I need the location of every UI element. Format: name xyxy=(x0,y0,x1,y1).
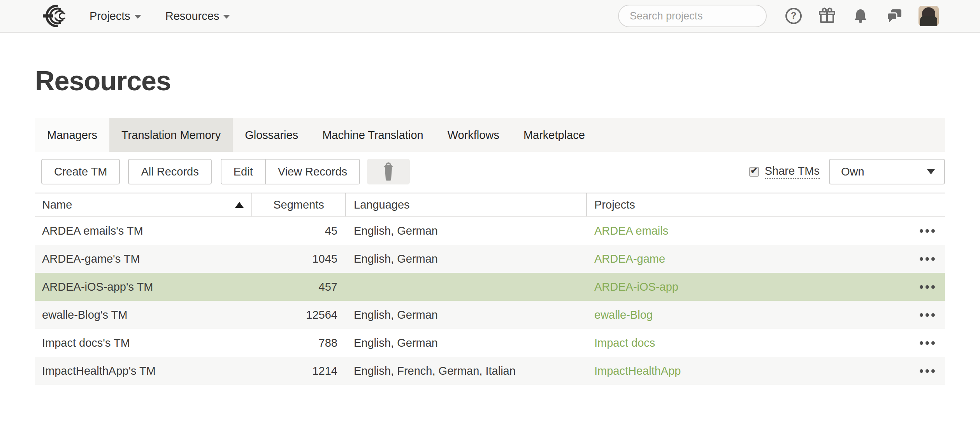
tab-glossaries-label: Glossaries xyxy=(245,129,298,142)
tm-table: Name Segments Languages Projects ARDEA e… xyxy=(35,193,945,385)
tm-languages: English, German xyxy=(346,225,587,237)
nav-menu-resources[interactable]: Resources xyxy=(165,10,230,23)
tm-segments: 12564 xyxy=(252,309,346,321)
table-row[interactable]: ImpactHealthApp's TM 1214 English, Frenc… xyxy=(35,357,945,385)
table-row[interactable]: ARDEA-game's TM 1045 English, German ARD… xyxy=(35,245,945,273)
column-header-languages-label: Languages xyxy=(354,198,410,211)
table-row-selected[interactable]: ARDEA-iOS-app's TM 457 ARDEA-iOS-app xyxy=(35,273,945,301)
chevron-down-icon xyxy=(134,15,141,19)
search-input[interactable] xyxy=(630,10,767,22)
chevron-down-icon xyxy=(223,15,230,19)
project-link[interactable]: ewalle-Blog xyxy=(594,309,653,321)
row-menu-button[interactable] xyxy=(906,245,945,273)
sort-ascending-icon xyxy=(235,202,244,208)
project-link[interactable]: ARDEA emails xyxy=(594,225,668,237)
tm-segments: 457 xyxy=(252,281,346,293)
view-records-button[interactable]: View Records xyxy=(265,160,359,184)
tm-languages: English, German xyxy=(346,337,587,349)
tm-name: ARDEA-game's TM xyxy=(35,253,252,265)
chat-icon[interactable] xyxy=(885,7,903,25)
share-tms-checkbox[interactable]: ✔ xyxy=(749,167,759,177)
tab-machine-translation-label: Machine Translation xyxy=(322,129,423,142)
tm-segments: 1045 xyxy=(252,253,346,265)
row-menu-button[interactable] xyxy=(906,357,945,385)
dropdown-caret-icon xyxy=(927,169,935,174)
gift-icon[interactable] xyxy=(818,7,836,25)
row-menu-button[interactable] xyxy=(906,301,945,329)
tm-scope-select[interactable]: Own xyxy=(829,159,945,184)
nav-menu-projects[interactable]: Projects xyxy=(90,10,141,23)
tm-scope-value: Own xyxy=(841,165,927,178)
column-header-name[interactable]: Name xyxy=(35,193,252,216)
tab-translation-memory[interactable]: Translation Memory xyxy=(109,118,233,152)
column-header-languages[interactable]: Languages xyxy=(346,193,587,216)
edit-view-button-group: Edit View Records xyxy=(221,159,360,184)
tm-segments: 45 xyxy=(252,225,346,237)
tab-managers[interactable]: Managers xyxy=(35,118,109,152)
tm-languages: English, German xyxy=(346,253,587,265)
tm-languages: English, French, German, Italian xyxy=(346,365,587,377)
table-row[interactable]: ewalle-Blog's TM 12564 English, German e… xyxy=(35,301,945,329)
nav-menu-projects-label: Projects xyxy=(90,10,130,23)
tm-name: ARDEA emails's TM xyxy=(35,225,252,237)
project-search xyxy=(618,5,767,27)
row-menu-button[interactable] xyxy=(906,217,945,245)
tab-managers-label: Managers xyxy=(47,129,97,142)
tm-segments: 788 xyxy=(252,337,346,349)
tab-machine-translation[interactable]: Machine Translation xyxy=(310,118,436,152)
tab-marketplace-label: Marketplace xyxy=(523,129,585,142)
all-records-button[interactable]: All Records xyxy=(128,159,211,184)
share-tms-label[interactable]: Share TMs xyxy=(765,165,820,179)
table-row[interactable]: Impact docs's TM 788 English, German Imp… xyxy=(35,329,945,357)
create-tm-button[interactable]: Create TM xyxy=(41,159,120,184)
help-icon[interactable]: ? xyxy=(785,7,803,25)
tm-segments: 1214 xyxy=(252,365,346,377)
tm-name: ewalle-Blog's TM xyxy=(35,309,252,321)
navbar-icon-group: ? xyxy=(785,6,939,26)
project-link[interactable]: ARDEA-game xyxy=(594,253,665,265)
top-navbar: Projects Resources ? xyxy=(0,0,980,33)
tab-workflows[interactable]: Workflows xyxy=(436,118,511,152)
row-menu-button[interactable] xyxy=(906,273,945,301)
toolbar-right-group: ✔ Share TMs Own xyxy=(749,159,945,184)
row-menu-button[interactable] xyxy=(906,329,945,357)
trash-icon xyxy=(380,162,397,181)
tm-languages: English, German xyxy=(346,309,587,321)
delete-tm-button[interactable] xyxy=(367,159,410,184)
project-link[interactable]: Impact docs xyxy=(594,337,655,349)
tm-name: ImpactHealthApp's TM xyxy=(35,365,252,377)
project-link[interactable]: ImpactHealthApp xyxy=(594,365,681,377)
column-header-projects-label: Projects xyxy=(594,198,635,211)
table-row[interactable]: ARDEA emails's TM 45 English, German ARD… xyxy=(35,217,945,245)
user-avatar[interactable] xyxy=(919,6,939,26)
edit-button[interactable]: Edit xyxy=(221,160,265,184)
smartcat-logo-icon[interactable] xyxy=(39,4,72,28)
resources-tab-bar: Managers Translation Memory Glossaries M… xyxy=(35,118,945,152)
tm-name: ARDEA-iOS-app's TM xyxy=(35,281,252,293)
bell-icon[interactable] xyxy=(852,7,869,25)
project-link[interactable]: ARDEA-iOS-app xyxy=(594,281,678,293)
tab-marketplace[interactable]: Marketplace xyxy=(511,118,597,152)
tm-name: Impact docs's TM xyxy=(35,337,252,349)
column-header-projects[interactable]: Projects xyxy=(587,193,906,216)
nav-menu-resources-label: Resources xyxy=(165,10,220,23)
svg-text:?: ? xyxy=(791,10,797,21)
column-header-actions xyxy=(906,193,945,216)
checkmark-icon: ✔ xyxy=(750,167,757,175)
page-container: Resources Managers Translation Memory Gl… xyxy=(35,65,945,385)
column-header-name-label: Name xyxy=(42,198,72,211)
column-header-segments-label: Segments xyxy=(273,198,324,211)
page-title: Resources xyxy=(35,65,945,97)
tm-toolbar: Create TM All Records Edit View Records … xyxy=(35,159,945,184)
tab-glossaries[interactable]: Glossaries xyxy=(233,118,310,152)
column-header-segments[interactable]: Segments xyxy=(252,193,346,216)
tab-workflows-label: Workflows xyxy=(448,129,499,142)
tab-translation-memory-label: Translation Memory xyxy=(121,129,221,142)
tm-table-header: Name Segments Languages Projects xyxy=(35,193,945,217)
